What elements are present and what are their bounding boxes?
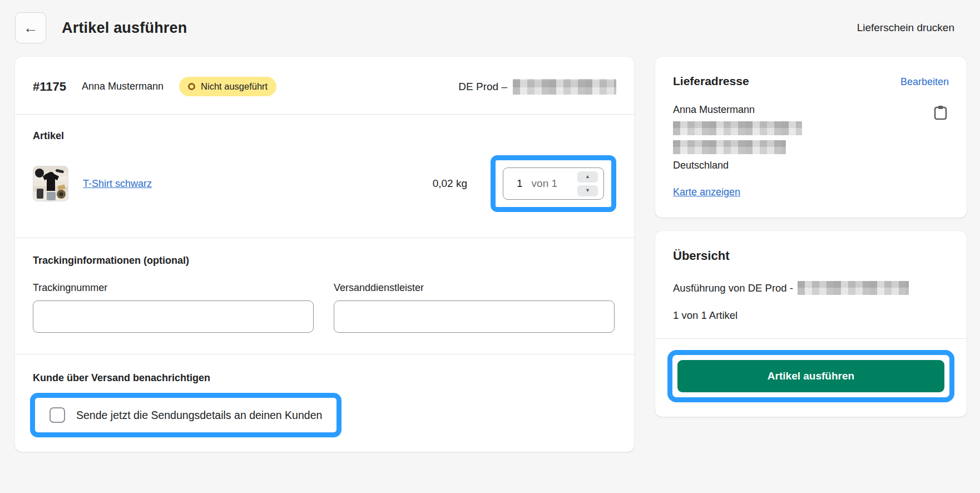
quantity-suffix: von 1 [532, 178, 557, 190]
quantity-decrement-button[interactable]: ▼ [577, 185, 598, 196]
summary-fulfillment-line: Ausführung von DE Prod - [673, 281, 949, 295]
address-block: Anna Mustermann Deutschland Karte anzeig… [673, 103, 949, 199]
page-title: Artikel ausführen [62, 19, 187, 37]
print-packing-slip-link[interactable]: Lieferschein drucken [857, 22, 954, 34]
tracking-section: Trackinginformationen (optional) Trackin… [15, 238, 634, 354]
tracking-heading: Trackinginformationen (optional) [33, 255, 616, 267]
line-item-row: T-Shirt schwarz 0,02 kg 1 von 1 ▲ ▼ [33, 155, 616, 212]
notify-customer-checkbox[interactable] [50, 407, 65, 423]
redacted-summary-location [798, 281, 909, 295]
sidebar: Lieferadresse Bearbeiten Anna Mustermann… [655, 57, 967, 417]
shipping-address-header: Lieferadresse Bearbeiten [673, 75, 949, 88]
notify-section: Kunde über Versand benachrichtigen Sende… [15, 354, 634, 452]
notify-highlight-box: Sende jetzt die Sendungsdetails an deine… [30, 393, 341, 437]
tshirt-product-image-icon [33, 166, 68, 201]
back-arrow-icon: ← [23, 19, 38, 37]
quantity-value[interactable]: 1 [517, 178, 523, 190]
product-thumbnail [33, 166, 68, 201]
shipping-address-card: Lieferadresse Bearbeiten Anna Mustermann… [655, 57, 967, 218]
content-columns: #1175 Anna Mustermann Nicht ausgeführt D… [15, 57, 967, 452]
summary-items-count: 1 von 1 Artikel [673, 309, 949, 322]
address-country: Deutschland [673, 159, 949, 172]
summary-fulfillment-label: Ausführung von DE Prod - [673, 282, 793, 294]
page-header: ← Artikel ausführen Lieferschein drucken [15, 11, 967, 57]
fulfill-items-button[interactable]: Artikel ausführen [677, 360, 944, 392]
shipping-address-title: Lieferadresse [673, 75, 749, 88]
submit-highlight-box: Artikel ausführen [667, 350, 954, 402]
fulfillment-page: ← Artikel ausführen Lieferschein drucken… [0, 0, 980, 452]
tracking-number-field-group: Trackingnummer [33, 282, 314, 333]
product-weight: 0,02 kg [433, 178, 467, 190]
redacted-address-city [673, 140, 949, 154]
notify-heading: Kunde über Versand benachrichtigen [33, 372, 616, 384]
notify-checkbox-label[interactable]: Sende jetzt die Sendungsdetails an deine… [76, 409, 322, 422]
items-heading: Artikel [33, 130, 616, 142]
carrier-field-group: Versanddienstleister [334, 282, 615, 333]
unfulfilled-status-icon [188, 83, 195, 90]
status-badge-label: Nicht ausgeführt [201, 81, 268, 92]
carrier-label: Versanddienstleister [334, 282, 615, 294]
carrier-input[interactable] [334, 300, 615, 333]
tracking-number-label: Trackingnummer [33, 282, 314, 294]
quantity-increment-button[interactable]: ▲ [577, 171, 598, 183]
summary-title: Übersicht [673, 249, 949, 263]
address-name: Anna Mustermann [673, 103, 949, 116]
order-number: #1175 [33, 80, 66, 94]
items-section: Artikel [15, 115, 634, 238]
product-title-link[interactable]: T-Shirt schwarz [83, 178, 152, 190]
quantity-stepper[interactable]: 1 von 1 ▲ ▼ [503, 167, 604, 200]
fulfillment-card: #1175 Anna Mustermann Nicht ausgeführt D… [15, 57, 634, 452]
tracking-fields: Trackingnummer Versanddienstleister [33, 282, 616, 333]
tracking-number-input[interactable] [33, 300, 314, 333]
show-map-link[interactable]: Karte anzeigen [673, 186, 740, 199]
redacted-location-name [513, 79, 616, 95]
edit-address-link[interactable]: Bearbeiten [900, 76, 949, 88]
summary-body: Übersicht Ausführung von DE Prod - 1 von… [655, 249, 967, 322]
status-badge: Nicht ausgeführt [179, 77, 276, 96]
order-header: #1175 Anna Mustermann Nicht ausgeführt D… [15, 57, 634, 114]
back-button[interactable]: ← [15, 12, 46, 43]
redacted-address-street [673, 121, 949, 135]
summary-card: Übersicht Ausführung von DE Prod - 1 von… [655, 231, 967, 417]
quantity-highlight-box: 1 von 1 ▲ ▼ [491, 155, 616, 212]
submit-area: Artikel ausführen [655, 339, 967, 402]
order-location-label: DE Prod – [458, 81, 507, 93]
order-customer-name: Anna Mustermann [82, 81, 164, 92]
chevron-up-icon: ▲ [585, 174, 590, 179]
stepper-buttons: ▲ ▼ [577, 171, 598, 196]
copy-address-icon[interactable] [933, 105, 948, 124]
chevron-down-icon: ▼ [585, 188, 590, 193]
order-location: DE Prod – [458, 79, 616, 95]
